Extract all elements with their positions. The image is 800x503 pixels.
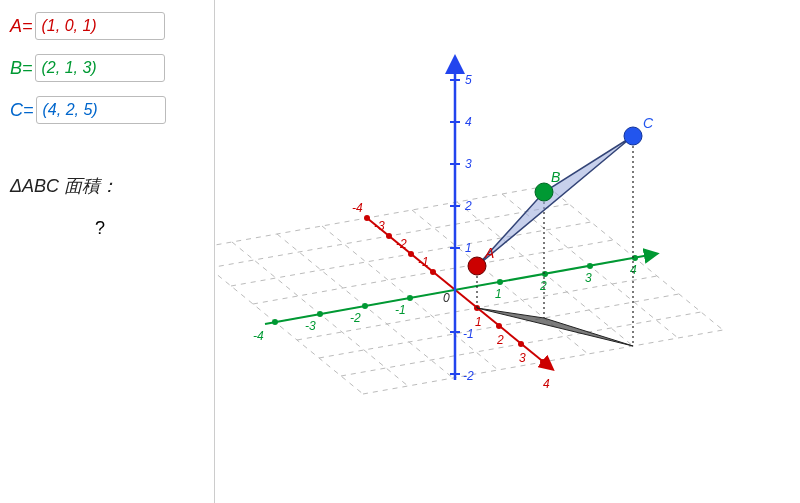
3d-view[interactable]: 1 2 3 4 -1 -2 -3 -4 1 2 3 4 -1 -2 -3 -4	[215, 0, 800, 503]
svg-line-9	[215, 250, 363, 394]
point-c[interactable]	[624, 127, 642, 145]
svg-line-0	[215, 186, 547, 250]
svg-point-28	[497, 279, 503, 285]
triangle-abc[interactable]	[477, 136, 633, 266]
x-tick-n1: -1	[418, 255, 429, 269]
y-tick-3: 3	[585, 271, 592, 285]
svg-point-26	[364, 215, 370, 221]
area-value: ?	[50, 218, 150, 239]
point-b-input[interactable]	[35, 54, 165, 82]
area-label: ΔABC 面積：	[10, 174, 204, 198]
svg-point-34	[317, 311, 323, 317]
y-tick-1: 1	[495, 287, 502, 301]
point-b-mark: B	[551, 169, 560, 185]
y-tick-n1: -1	[395, 303, 406, 317]
point-a-mark: A	[484, 245, 494, 261]
x-tick-2: 2	[496, 333, 504, 347]
x-tick-n4: -4	[352, 201, 363, 215]
svg-point-25	[386, 233, 392, 239]
z-tick-1: 1	[465, 241, 472, 255]
y-tick-4: 4	[630, 263, 637, 277]
y-tick-n4: -4	[253, 329, 264, 343]
z-tick-n2: -2	[463, 369, 474, 383]
y-tick-n3: -3	[305, 319, 316, 333]
svg-point-24	[408, 251, 414, 257]
point-b-label: B=	[10, 58, 33, 79]
point-b[interactable]	[535, 183, 553, 201]
x-tick-n2: -2	[396, 237, 407, 251]
z-tick-5: 5	[465, 73, 472, 87]
z-tick-4: 4	[465, 115, 472, 129]
point-a-input[interactable]	[35, 12, 165, 40]
grid-plane	[215, 186, 723, 394]
svg-point-23	[430, 269, 436, 275]
point-a[interactable]	[468, 257, 486, 275]
point-c-row: C=	[10, 96, 204, 124]
x-tick-3: 3	[519, 351, 526, 365]
x-tick-4: 4	[543, 377, 550, 391]
x-tick-1: 1	[475, 315, 482, 329]
controls-panel: A= B= C= ΔABC 面積： ?	[0, 0, 215, 503]
point-c-input[interactable]	[36, 96, 166, 124]
z-tick-n1: -1	[463, 327, 474, 341]
y-tick-2: 2	[539, 279, 547, 293]
point-b-row: B=	[10, 54, 204, 82]
3d-plot[interactable]: 1 2 3 4 -1 -2 -3 -4 1 2 3 4 -1 -2 -3 -4	[215, 0, 800, 503]
svg-point-29	[542, 271, 548, 277]
origin-label: 0	[443, 291, 450, 305]
svg-line-27	[265, 254, 655, 324]
svg-point-22	[540, 359, 546, 365]
point-c-mark: C	[643, 115, 654, 131]
z-tick-3: 3	[465, 157, 472, 171]
z-axis: 1 2 3 4 5 -1 -2	[450, 60, 474, 383]
svg-point-21	[518, 341, 524, 347]
y-tick-n2: -2	[350, 311, 361, 325]
svg-point-33	[362, 303, 368, 309]
point-a-label: A=	[10, 16, 33, 37]
svg-point-32	[407, 295, 413, 301]
svg-point-30	[587, 263, 593, 269]
z-tick-2: 2	[464, 199, 472, 213]
svg-point-20	[496, 323, 502, 329]
svg-point-35	[272, 319, 278, 325]
x-tick-n3: -3	[374, 219, 385, 233]
point-a-row: A=	[10, 12, 204, 40]
point-c-label: C=	[10, 100, 34, 121]
